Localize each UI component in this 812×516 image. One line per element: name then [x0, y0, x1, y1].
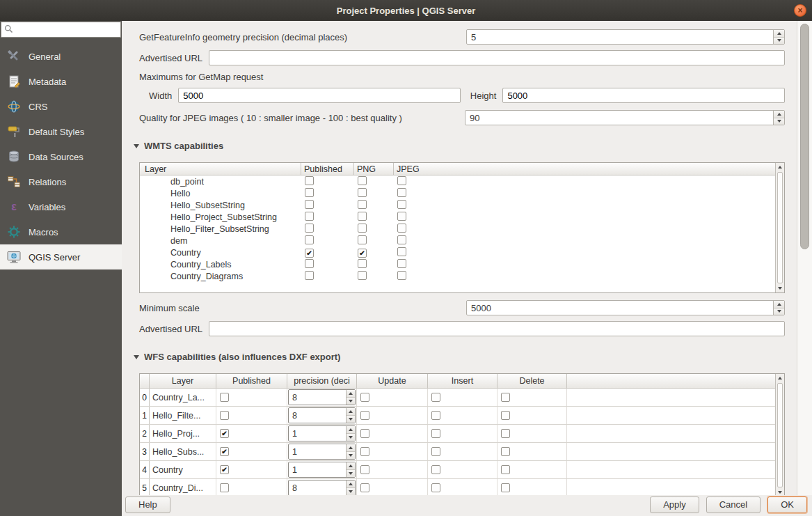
- wmts-png-checkbox[interactable]: ✔: [358, 249, 367, 258]
- wfs-col-delete[interactable]: Delete: [497, 374, 567, 388]
- wmts-section-header[interactable]: WMTS capabilities: [134, 141, 785, 151]
- wfs-published-checkbox[interactable]: ✔: [220, 465, 229, 474]
- sidebar-item-crs[interactable]: CRS: [0, 94, 122, 119]
- wmts-published-checkbox[interactable]: ✔: [305, 249, 314, 258]
- wfs-scrollbar[interactable]: [775, 374, 784, 495]
- wfs-col-published[interactable]: Published: [216, 374, 287, 388]
- wfs-col-precision[interactable]: precision (deci: [287, 374, 357, 388]
- wmts-jpeg-checkbox[interactable]: [397, 247, 406, 256]
- wmts-png-checkbox[interactable]: [358, 188, 367, 197]
- sidebar-item-variables[interactable]: ε Variables: [0, 194, 122, 219]
- spin-up-button[interactable]: [347, 408, 355, 416]
- wfs-update-checkbox[interactable]: [360, 411, 369, 420]
- wmts-col-published[interactable]: Published: [301, 163, 354, 175]
- wfs-precision-spinbox[interactable]: 1: [288, 462, 356, 478]
- wfs-insert-checkbox[interactable]: [431, 483, 440, 492]
- wmts-published-checkbox[interactable]: [305, 200, 314, 209]
- wfs-delete-checkbox[interactable]: [501, 429, 510, 438]
- wfs-delete-checkbox[interactable]: [501, 411, 510, 420]
- cancel-button[interactable]: Cancel: [706, 497, 761, 513]
- spin-up-button[interactable]: [347, 480, 355, 488]
- wmts-jpeg-checkbox[interactable]: [397, 271, 406, 280]
- wfs-published-checkbox[interactable]: [220, 393, 229, 402]
- scroll-up-icon[interactable]: [776, 374, 784, 382]
- wmts-scrollbar-thumb[interactable]: [777, 172, 783, 283]
- main-scrollbar[interactable]: [797, 21, 812, 495]
- main-scrollbar-thumb[interactable]: [800, 24, 809, 249]
- spin-down-button[interactable]: [774, 308, 784, 315]
- getfeatureinfo-spinbox[interactable]: 5: [466, 29, 785, 45]
- sidebar-item-relations[interactable]: Relations: [0, 169, 122, 194]
- width-input[interactable]: [178, 88, 461, 103]
- wfs-delete-checkbox[interactable]: [501, 393, 510, 402]
- sidebar-item-metadata[interactable]: Metadata: [0, 69, 122, 94]
- wmts-jpeg-checkbox[interactable]: [397, 200, 406, 209]
- spin-down-button[interactable]: [774, 118, 784, 125]
- wfs-update-checkbox[interactable]: [360, 393, 369, 402]
- wfs-delete-checkbox[interactable]: [501, 447, 510, 456]
- wfs-published-checkbox[interactable]: [220, 483, 229, 492]
- wfs-insert-checkbox[interactable]: [431, 411, 440, 420]
- height-input[interactable]: [502, 88, 785, 103]
- spin-up-button[interactable]: [774, 30, 784, 38]
- spin-up-button[interactable]: [347, 426, 355, 434]
- wfs-scrollbar-thumb[interactable]: [777, 383, 783, 487]
- jpeg-quality-spinbox[interactable]: 90: [465, 110, 785, 125]
- wmts-published-checkbox[interactable]: [305, 235, 314, 244]
- close-button[interactable]: ×: [794, 4, 806, 17]
- wfs-update-checkbox[interactable]: [360, 429, 369, 438]
- wfs-delete-checkbox[interactable]: [501, 483, 510, 492]
- spin-down-button[interactable]: [347, 398, 355, 405]
- spin-down-button[interactable]: [347, 434, 355, 441]
- wfs-published-checkbox[interactable]: ✔: [220, 447, 229, 456]
- wmts-published-checkbox[interactable]: [305, 271, 314, 280]
- wfs-published-checkbox[interactable]: [220, 411, 229, 420]
- wmts-published-checkbox[interactable]: [305, 259, 314, 268]
- wmts-published-checkbox[interactable]: [305, 212, 314, 221]
- wfs-update-checkbox[interactable]: [360, 483, 369, 492]
- wmts-png-checkbox[interactable]: [358, 200, 367, 209]
- wfs-insert-checkbox[interactable]: [431, 447, 440, 456]
- wmts-jpeg-checkbox[interactable]: [397, 188, 406, 197]
- wmts-published-checkbox[interactable]: [305, 224, 314, 233]
- spin-up-button[interactable]: [347, 444, 355, 452]
- wmts-png-checkbox[interactable]: [358, 235, 367, 244]
- sidebar-item-data-sources[interactable]: Data Sources: [0, 144, 122, 169]
- wfs-precision-spinbox[interactable]: 1: [288, 444, 356, 460]
- wmts-jpeg-checkbox[interactable]: [397, 224, 406, 233]
- spin-down-button[interactable]: [347, 488, 355, 495]
- wfs-precision-spinbox[interactable]: 8: [288, 480, 356, 495]
- sidebar-item-default-styles[interactable]: Default Styles: [0, 119, 122, 144]
- help-button[interactable]: Help: [125, 497, 170, 513]
- wfs-col-layer[interactable]: Layer: [150, 374, 216, 388]
- advertised-url-input[interactable]: [209, 50, 785, 65]
- scroll-up-icon[interactable]: [776, 163, 784, 171]
- wfs-col-insert[interactable]: Insert: [428, 374, 497, 388]
- spin-up-button[interactable]: [347, 462, 355, 470]
- spin-down-button[interactable]: [347, 416, 355, 423]
- wmts-jpeg-checkbox[interactable]: [397, 212, 406, 221]
- spin-up-button[interactable]: [347, 390, 355, 398]
- wmts-scrollbar[interactable]: [775, 163, 784, 292]
- sidebar-item-qgis-server[interactable]: QGIS Server: [0, 244, 122, 269]
- wfs-precision-spinbox[interactable]: 8: [288, 389, 356, 405]
- apply-button[interactable]: Apply: [650, 497, 699, 513]
- wmts-png-checkbox[interactable]: [358, 224, 367, 233]
- sidebar-item-general[interactable]: General: [0, 44, 122, 69]
- wmts-png-checkbox[interactable]: [358, 212, 367, 221]
- wmts-published-checkbox[interactable]: [305, 176, 314, 185]
- wfs-precision-spinbox[interactable]: 8: [288, 407, 356, 423]
- wfs-section-header[interactable]: WFS capabilities (also influences DXF ex…: [134, 352, 785, 362]
- wmts-col-png[interactable]: PNG: [354, 163, 394, 175]
- wmts-jpeg-checkbox[interactable]: [397, 176, 406, 185]
- wmts-jpeg-checkbox[interactable]: [397, 235, 406, 244]
- spin-down-button[interactable]: [347, 470, 355, 477]
- scroll-down-icon[interactable]: [776, 488, 784, 495]
- spin-down-button[interactable]: [774, 38, 784, 45]
- scroll-down-icon[interactable]: [776, 284, 784, 292]
- wfs-insert-checkbox[interactable]: [431, 465, 440, 474]
- minimum-scale-spinbox[interactable]: 5000: [466, 300, 785, 315]
- sidebar-item-macros[interactable]: Macros: [0, 219, 122, 244]
- wmts-png-checkbox[interactable]: [358, 176, 367, 185]
- search-input[interactable]: [16, 25, 120, 35]
